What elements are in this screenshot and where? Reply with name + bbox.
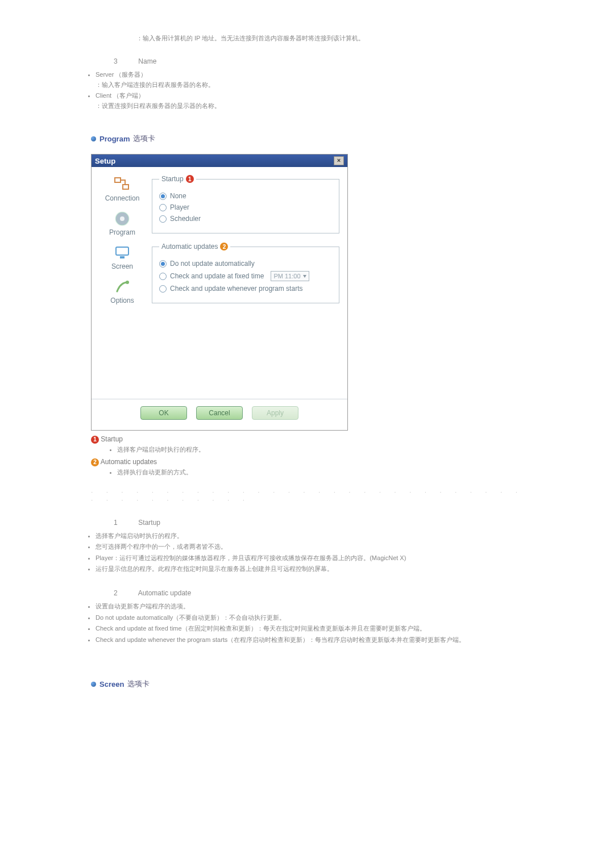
client-paren: （客户端） — [113, 92, 144, 99]
legend-updates-title: Automatic updates — [101, 458, 157, 466]
chevron-down-icon — [303, 275, 306, 278]
updates-opt-onstart[interactable]: Check and update whenever program starts — [159, 285, 332, 293]
dialog-titlebar: Setup × — [92, 155, 347, 167]
sidebar-item-program[interactable]: Program — [109, 209, 135, 236]
server-desc: ：输入客户端连接的日程表服务器的名称。 — [96, 81, 214, 88]
program-tab-heading: Program 选项卡 — [91, 133, 529, 144]
setup-dialog: Setup × Connection Program — [91, 154, 348, 431]
screen-icon — [113, 243, 132, 262]
options-icon — [113, 277, 132, 297]
program-head-strong: Program — [99, 135, 130, 143]
svg-rect-0 — [115, 178, 121, 182]
screen-head-strong: Screen — [99, 680, 124, 688]
opt-label: Scheduler — [170, 215, 201, 223]
section-1-startup: 1 Startup — [114, 519, 529, 527]
screen-tab-heading: Screen 选项卡 — [91, 679, 529, 689]
legend-startup-desc: 选择客户端启动时执行的程序。 — [117, 445, 529, 455]
svg-rect-4 — [116, 247, 128, 255]
bullet-dot-icon — [91, 682, 96, 687]
list-item: Check and update at fixed time（在固定时间检查和更… — [96, 624, 529, 634]
radio-icon[interactable] — [159, 285, 167, 293]
list-item: Check and update whenever the program st… — [96, 635, 529, 645]
opt-label: Player — [170, 203, 189, 211]
name-bullets: Server （服务器） ：输入客户端连接的日程表服务器的名称。 Client … — [85, 70, 529, 111]
badge-2-icon: 2 — [220, 243, 228, 251]
sidebar-label: Connection — [105, 194, 140, 202]
connection-icon — [113, 175, 132, 194]
dialog-sidebar: Connection Program Screen — [99, 175, 145, 391]
startup-group: Startup 1 None Player Scheduler — [152, 175, 339, 233]
list-item: Player：运行可通过远程控制的媒体播放器程序，并且该程序可接收或播放保存在服… — [96, 553, 529, 564]
updates-opt-noauto[interactable]: Do not update automatically — [159, 260, 332, 268]
time-dropdown[interactable]: PM 11:00 — [271, 271, 309, 281]
section-number: 2 — [114, 589, 136, 597]
list-item: 您可选择两个程序中的一个，或者两者皆不选。 — [96, 542, 529, 552]
sidebar-label: Program — [109, 228, 135, 236]
legend-updates-desc: 选择执行自动更新的方式。 — [117, 468, 529, 478]
section-title: Automatic update — [138, 589, 191, 597]
bullet-dot-icon — [91, 136, 96, 141]
sidebar-item-screen[interactable]: Screen — [111, 243, 133, 270]
divider-dots: · · · · · · · · · · · · · · · · · · · · … — [91, 488, 529, 504]
time-value: PM 11:00 — [273, 273, 300, 279]
dialog-title: Setup — [95, 157, 115, 165]
startup-legend: Startup — [161, 175, 184, 183]
list-item: Do not update automatically（不要自动更新）：不会自动… — [96, 613, 529, 623]
radio-icon[interactable] — [159, 193, 167, 200]
updates-legend: Automatic updates — [161, 243, 218, 251]
badge-1-icon: 1 — [186, 175, 194, 183]
autoupdate-bullets: 设置自动更新客户端程序的选项。 Do not update automatica… — [85, 602, 529, 645]
opt-label: Check and update whenever program starts — [170, 285, 302, 293]
client-label: Client — [96, 92, 111, 99]
section-number: 3 — [114, 57, 136, 65]
sidebar-item-options[interactable]: Options — [110, 277, 134, 304]
badge-1-icon: 1 — [91, 436, 99, 444]
opt-label: None — [170, 192, 186, 200]
badge-2-icon: 2 — [91, 458, 99, 466]
cancel-button[interactable]: Cancel — [196, 406, 243, 420]
legend-startup-title: Startup — [101, 435, 123, 443]
section-title: Name — [138, 57, 156, 65]
apply-button[interactable]: Apply — [252, 406, 298, 420]
svg-rect-1 — [123, 185, 128, 189]
radio-icon[interactable] — [159, 204, 167, 211]
updates-group: Automatic updates 2 Do not update automa… — [152, 243, 339, 303]
svg-point-3 — [120, 216, 125, 221]
startup-bullets: 选择客户端启动时执行的程序。 您可选择两个程序中的一个，或者两者皆不选。 Pla… — [85, 531, 529, 574]
list-item: 选择客户端启动时执行的程序。 — [96, 531, 529, 541]
server-label: Server — [96, 71, 114, 78]
startup-opt-player[interactable]: Player — [159, 203, 332, 211]
svg-rect-5 — [120, 256, 125, 258]
startup-opt-none[interactable]: None — [159, 192, 332, 200]
close-icon[interactable]: × — [334, 156, 344, 165]
program-icon — [113, 209, 132, 228]
sidebar-label: Options — [110, 297, 134, 304]
sidebar-label: Screen — [111, 262, 133, 270]
ok-button[interactable]: OK — [140, 406, 187, 420]
section-2-autoupdate: 2 Automatic update — [114, 589, 529, 597]
updates-opt-fixed[interactable]: Check and update at fixed time PM 11:00 — [159, 271, 332, 281]
program-head-rest: 选项卡 — [133, 133, 155, 144]
opt-label: Check and update at fixed time — [170, 272, 264, 280]
client-desc: ：设置连接到日程表服务器的显示器的名称。 — [96, 102, 221, 109]
dialog-buttons: OK Cancel Apply — [92, 399, 347, 430]
opt-label: Do not update automatically — [170, 260, 255, 268]
sidebar-item-connection[interactable]: Connection — [105, 175, 140, 202]
section-3-name: 3 Name — [114, 57, 529, 65]
intro-line: ：输入备用计算机的 IP 地址。当无法连接到首选内容服务器时将连接到该计算机。 — [136, 34, 529, 43]
radio-icon[interactable] — [159, 260, 167, 268]
radio-icon[interactable] — [159, 215, 167, 223]
list-item: 设置自动更新客户端程序的选项。 — [96, 602, 529, 612]
section-number: 1 — [114, 519, 136, 527]
list-item: 运行显示信息的程序。此程序在指定时间显示在服务器上创建并且可远程控制的屏幕。 — [96, 564, 529, 574]
section-title: Startup — [138, 519, 160, 527]
server-paren: （服务器） — [115, 71, 147, 78]
svg-point-6 — [126, 281, 129, 284]
startup-opt-scheduler[interactable]: Scheduler — [159, 215, 332, 223]
radio-icon[interactable] — [159, 273, 167, 280]
screen-head-rest: 选项卡 — [127, 679, 150, 689]
legend-block: 1 Startup 选择客户端启动时执行的程序。 2 Automatic upd… — [91, 435, 529, 477]
